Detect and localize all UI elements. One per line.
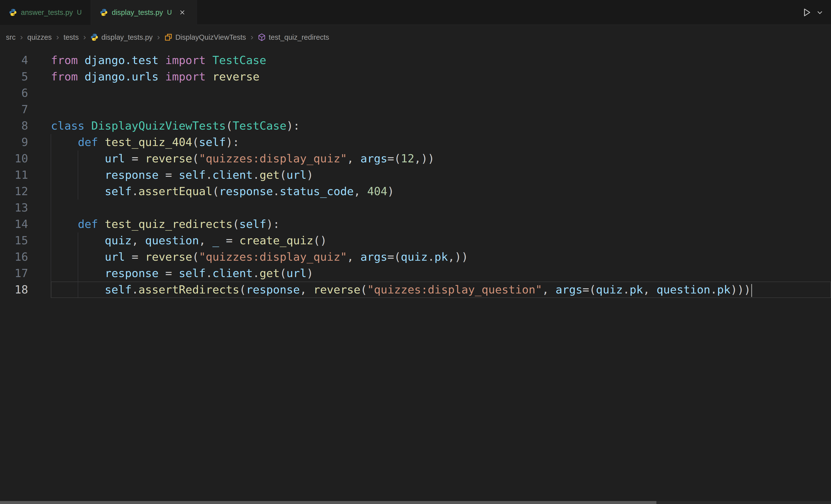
code-line-9[interactable]: 9 def test_quiz_404(self): [0, 134, 831, 150]
horizontal-scrollbar[interactable] [0, 501, 831, 504]
gutter-space [28, 167, 51, 183]
code-content[interactable]: quiz, question, _ = create_quiz() [51, 232, 831, 249]
code-token: DisplayQuizViewTests [91, 119, 226, 132]
code-token [51, 185, 105, 198]
code-line-13[interactable]: 13 [0, 200, 831, 216]
code-content[interactable]: def test_quiz_404(self): [51, 134, 831, 150]
code-line-5[interactable]: 5from django.urls import reverse [0, 68, 831, 85]
code-token: _ [212, 234, 219, 247]
breadcrumb-item-DisplayQuizViewTests[interactable]: DisplayQuizViewTests [164, 33, 246, 41]
breadcrumb-item-quizzes[interactable]: quizzes [27, 33, 52, 41]
editor-pane[interactable]: 4from django.test import TestCase5from d… [0, 50, 831, 501]
code-token: , [300, 283, 313, 296]
code-line-7[interactable]: 7 [0, 101, 831, 118]
code-token: ): [286, 119, 300, 132]
tab-answer_tests.py[interactable]: answer_tests.pyU [0, 0, 91, 25]
git-status-badge: U [77, 9, 82, 17]
line-number[interactable]: 9 [0, 134, 28, 150]
code-token: url [286, 267, 307, 280]
git-status-badge: U [167, 9, 172, 17]
code-line-18[interactable]: 18 self.assertRedirects(response, revers… [0, 281, 831, 298]
breadcrumb-label: display_tests.py [101, 33, 152, 41]
code-line-17[interactable]: 17 response = self.client.get(url) [0, 265, 831, 281]
code-content[interactable]: url = reverse("quizzes:display_quiz", ar… [51, 249, 831, 265]
code-line-10[interactable]: 10 url = reverse("quizzes:display_quiz",… [0, 150, 831, 167]
code-token [84, 119, 91, 132]
code-content[interactable]: self.assertRedirects(response, reverse("… [51, 281, 831, 298]
breadcrumb-item-display_tests.py[interactable]: display_tests.py [90, 33, 152, 41]
code-token [159, 70, 165, 83]
line-number[interactable]: 14 [0, 216, 28, 232]
code-line-14[interactable]: 14 def test_quiz_redirects(self): [0, 216, 831, 232]
python-icon [100, 8, 108, 17]
run-icon[interactable] [802, 7, 812, 18]
code-content[interactable] [51, 101, 831, 118]
code-content[interactable]: class DisplayQuizViewTests(TestCase): [51, 118, 831, 134]
code-token: response [246, 283, 300, 296]
code-token: ))) [730, 283, 750, 296]
method-icon [258, 33, 266, 41]
code-token: = [125, 250, 145, 263]
scrollbar-thumb[interactable] [0, 501, 656, 504]
line-number[interactable]: 15 [0, 232, 28, 249]
code-line-6[interactable]: 6 [0, 85, 831, 101]
line-number[interactable]: 13 [0, 200, 28, 216]
code-content[interactable]: def test_quiz_redirects(self): [51, 216, 831, 232]
code-content[interactable]: self.assertEqual(response.status_code, 4… [51, 183, 831, 200]
code-token: , [132, 234, 145, 247]
code-token: . [428, 250, 434, 263]
code-token: . [273, 185, 280, 198]
gutter-space [28, 150, 51, 167]
line-number[interactable]: 6 [0, 85, 28, 101]
breadcrumb-item-src[interactable]: src [6, 33, 16, 41]
breadcrumb-item-tests[interactable]: tests [64, 33, 79, 41]
code-token: args [555, 283, 582, 296]
code-content[interactable]: response = self.client.get(url) [51, 265, 831, 281]
line-number[interactable]: 18 [0, 281, 28, 298]
code-content[interactable]: response = self.client.get(url) [51, 167, 831, 183]
code-line-11[interactable]: 11 response = self.client.get(url) [0, 167, 831, 183]
gutter-space [28, 52, 51, 68]
line-number[interactable]: 17 [0, 265, 28, 281]
code-token [51, 250, 105, 263]
line-number[interactable]: 11 [0, 167, 28, 183]
code-content[interactable] [51, 85, 831, 101]
code-token: . [206, 168, 212, 181]
code-token: get [260, 168, 280, 181]
code-content[interactable]: url = reverse("quizzes:display_quiz", ar… [51, 150, 831, 167]
code-token: ) [307, 168, 313, 181]
close-tab-button[interactable] [177, 7, 188, 18]
line-number[interactable]: 8 [0, 118, 28, 134]
code-token: import [165, 70, 206, 83]
code-token: , [347, 152, 361, 165]
line-number[interactable]: 12 [0, 183, 28, 200]
code-content[interactable] [51, 200, 831, 216]
class-icon [164, 33, 172, 41]
line-number[interactable]: 4 [0, 52, 28, 68]
tab-display_tests.py[interactable]: display_tests.pyU [91, 0, 197, 25]
code-token: from [51, 54, 78, 67]
breadcrumb-separator-icon: › [20, 32, 23, 41]
code-token: self [199, 136, 226, 149]
code-token: ( [233, 217, 239, 231]
line-number[interactable]: 16 [0, 249, 28, 265]
code-line-4[interactable]: 4from django.test import TestCase [0, 52, 831, 68]
code-token: = [219, 234, 239, 247]
code-token: test_quiz_404 [105, 136, 192, 149]
code-token: quiz [596, 283, 623, 296]
code-line-16[interactable]: 16 url = reverse("quizzes:display_quiz",… [0, 249, 831, 265]
line-number[interactable]: 7 [0, 101, 28, 118]
run-dropdown-chevron-icon[interactable] [816, 9, 824, 16]
breadcrumb-item-test_quiz_redirects[interactable]: test_quiz_redirects [258, 33, 329, 41]
line-number[interactable]: 10 [0, 150, 28, 167]
code-content[interactable]: from django.urls import reverse [51, 68, 831, 85]
tab-label: display_tests.py [112, 8, 163, 17]
vscode-window: answer_tests.pyU display_tests.pyU src›q… [0, 0, 831, 504]
code-line-8[interactable]: 8class DisplayQuizViewTests(TestCase): [0, 118, 831, 134]
code-content[interactable]: from django.test import TestCase [51, 52, 831, 68]
code-token: =( [388, 250, 401, 263]
line-number[interactable]: 5 [0, 68, 28, 85]
code-token: . [132, 185, 138, 198]
code-line-15[interactable]: 15 quiz, question, _ = create_quiz() [0, 232, 831, 249]
code-line-12[interactable]: 12 self.assertEqual(response.status_code… [0, 183, 831, 200]
